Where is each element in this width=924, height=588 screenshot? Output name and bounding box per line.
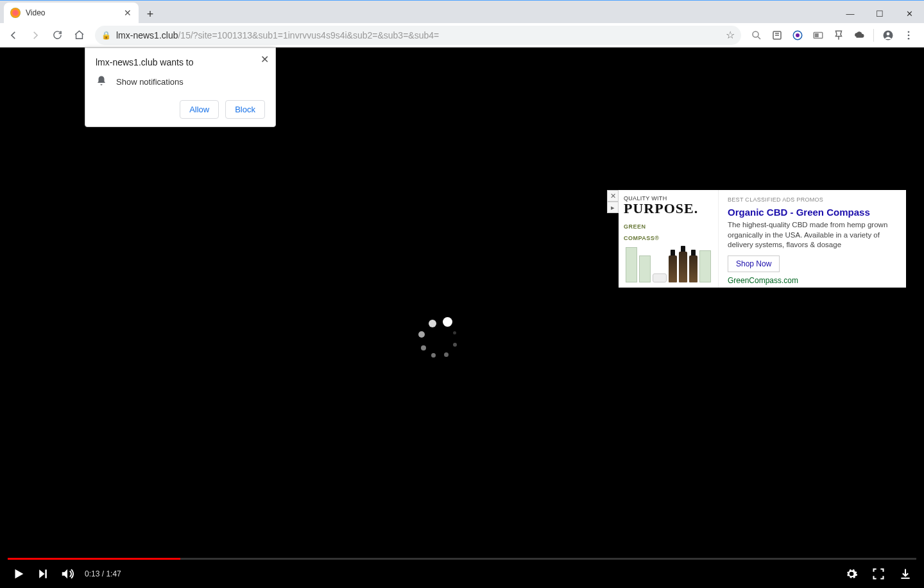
new-tab-button[interactable]: +: [141, 5, 159, 23]
ext-card-icon[interactable]: [809, 26, 827, 44]
tab-close-button[interactable]: ✕: [123, 8, 132, 17]
svg-rect-5: [816, 33, 819, 37]
bell-icon: [96, 75, 107, 89]
permission-allow-button[interactable]: Allow: [180, 100, 219, 119]
browser-tab[interactable]: Video ✕: [4, 3, 139, 23]
forward-button[interactable]: [26, 26, 45, 45]
video-viewport[interactable]: ✕ ▸ QUALITY WITH PURPOSE. GREENCOMPASS® …: [0, 48, 924, 588]
back-button[interactable]: [4, 26, 23, 45]
url-text: lmx-news1.club/15/?site=1001313&sub1=1in…: [116, 30, 439, 40]
ad-overlay: ✕ ▸ QUALITY WITH PURPOSE. GREENCOMPASS® …: [619, 190, 906, 288]
permission-item-label: Show notifications: [116, 77, 184, 87]
reload-button[interactable]: [47, 26, 67, 45]
loading-spinner: [417, 317, 461, 361]
close-window-button[interactable]: ✕: [894, 4, 924, 23]
ad-headline: Organic CBD - Green Compass: [728, 207, 897, 218]
toolbar-separator: [873, 29, 874, 42]
svg-point-7: [887, 32, 890, 35]
permission-prompt: ✕ lmx-news1.club wants to Show notificat…: [85, 48, 276, 127]
svg-point-0: [753, 31, 758, 37]
play-button[interactable]: [12, 567, 26, 581]
maximize-button[interactable]: ☐: [865, 4, 894, 23]
address-bar[interactable]: 🔒 lmx-news1.club/15/?site=1001313&sub1=1…: [95, 26, 741, 45]
ext-zoom-icon[interactable]: [748, 26, 766, 44]
fullscreen-button[interactable]: [871, 567, 886, 581]
ad-display-url: GreenCompass.com: [728, 276, 897, 285]
next-button[interactable]: [36, 567, 50, 581]
svg-rect-11: [45, 569, 47, 578]
lock-icon: 🔒: [101, 31, 111, 40]
permission-item: Show notifications: [96, 75, 265, 89]
permission-title: lmx-news1.club wants to: [96, 57, 265, 67]
ad-creative[interactable]: QUALITY WITH PURPOSE. GREENCOMPASS®: [619, 190, 719, 288]
svg-point-9: [908, 34, 910, 36]
ad-category: BEST CLASSIFIED ADS PROMOS: [728, 196, 897, 203]
home-button[interactable]: [69, 26, 89, 45]
ad-close-button[interactable]: ✕: [607, 190, 619, 202]
window-controls: ― ☐ ✕: [835, 4, 924, 23]
ad-product-image: [624, 243, 713, 282]
download-button[interactable]: [898, 567, 912, 581]
menu-button[interactable]: [900, 26, 918, 44]
video-time-display: 0:13 / 1:47: [85, 569, 121, 578]
svg-point-3: [796, 33, 800, 37]
profile-button[interactable]: [879, 26, 897, 44]
svg-point-8: [908, 31, 910, 33]
ad-brand: GREENCOMPASS®: [624, 220, 713, 243]
browser-toolbar: 🔒 lmx-news1.club/15/?site=1001313&sub1=1…: [0, 23, 924, 48]
ext-pin-icon[interactable]: [830, 26, 848, 44]
bookmark-star-icon[interactable]: ☆: [726, 29, 735, 41]
tab-title: Video: [26, 8, 45, 17]
minimize-button[interactable]: ―: [835, 4, 865, 23]
ad-tagline-2: PURPOSE.: [624, 202, 713, 216]
tab-favicon: [10, 8, 21, 18]
permission-block-button[interactable]: Block: [225, 100, 265, 119]
ad-description: The highest-quality CBD made from hemp g…: [728, 220, 897, 250]
ad-text-panel[interactable]: BEST CLASSIFIED ADS PROMOS Organic CBD -…: [719, 190, 906, 288]
tab-strip: Video ✕ + ― ☐ ✕: [0, 0, 924, 23]
ext-circle-icon[interactable]: [789, 26, 807, 44]
ad-cta-button[interactable]: Shop Now: [728, 255, 780, 272]
volume-button[interactable]: [60, 567, 74, 581]
ext-cloud-icon[interactable]: [850, 26, 868, 44]
extension-icons: [748, 26, 920, 44]
svg-point-10: [908, 37, 910, 39]
settings-button[interactable]: [844, 567, 859, 581]
ext-reader-icon[interactable]: [768, 26, 786, 44]
video-controls: 0:13 / 1:47: [0, 560, 924, 588]
permission-close-button[interactable]: ✕: [261, 53, 269, 65]
ad-next-button[interactable]: ▸: [607, 202, 619, 213]
